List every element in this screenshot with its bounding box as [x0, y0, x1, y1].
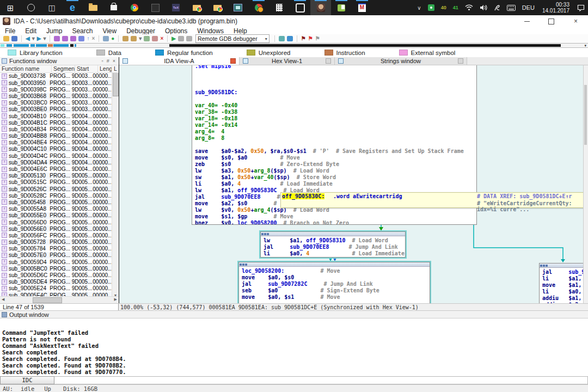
menu-search[interactable]: Search: [67, 27, 97, 35]
function-row[interactable]: fsub_9D003B68PROG...9D003...00000...: [0, 93, 119, 99]
function-row[interactable]: fsub_9D00398CPROG...9D003...00000...0C: [0, 86, 119, 93]
column-header-length[interactable]: Length: [98, 65, 112, 72]
function-row[interactable]: fsub_9D004D4CPROG...9D004...00000...0C: [0, 152, 119, 159]
attach-icon[interactable]: [279, 36, 285, 41]
comment-icon[interactable]: [70, 36, 76, 41]
start-icon[interactable]: ⊞: [0, 0, 21, 15]
wifi-icon[interactable]: [462, 0, 476, 15]
graph-node-b2[interactable]: lw $a1, off_9D058310 # Load Wordjal sub_…: [260, 231, 406, 258]
idc-input[interactable]: [54, 376, 588, 384]
menu-options[interactable]: Options: [160, 27, 192, 35]
calculator-icon[interactable]: [269, 0, 290, 15]
abort-icon[interactable]: ×: [160, 36, 163, 41]
notepad-plus-icon[interactable]: [331, 0, 352, 15]
menu-debugger[interactable]: Debugger: [121, 27, 160, 35]
chrome-app-icon-1[interactable]: [186, 0, 207, 15]
function-row[interactable]: fsub_9D004B1CPROG...9D004...00000...: [0, 119, 119, 126]
idc-button[interactable]: IDC: [0, 376, 54, 384]
chrome-profile-icon[interactable]: [248, 0, 269, 15]
breakpoint-icon-3[interactable]: ⚑: [315, 36, 320, 41]
pin-panel-icon[interactable]: #: [107, 58, 109, 64]
pause-process-icon[interactable]: [178, 36, 184, 41]
function-row[interactable]: fsub_9D005D6CPROG...9D005...00000...: [0, 272, 119, 278]
function-row[interactable]: fsub_9D0056FCPROG...9D005...00000...: [0, 232, 119, 238]
functions-vertical-scrollbar[interactable]: ▲ ▼: [112, 73, 119, 296]
function-row[interactable]: fsub_9D003BC0PROG...9D003...00000...0C: [0, 100, 119, 106]
back-dropdown-icon[interactable]: ▾: [32, 36, 35, 41]
chrome-icon[interactable]: [124, 0, 145, 15]
scroll-right-icon[interactable]: ▶: [114, 297, 117, 302]
jump-up-icon[interactable]: ↑: [87, 36, 89, 41]
tab-close-icon[interactable]: [326, 58, 331, 64]
function-row[interactable]: fsub_9D005130PROG...9D005...00000...0C: [0, 173, 119, 179]
flow-chart-icon[interactable]: [131, 36, 137, 41]
debugger-selector[interactable]: Remote GDB debugger▾: [195, 34, 270, 43]
function-row[interactable]: fsub_9D0057E0PROG...9D005...00000...: [0, 252, 119, 259]
function-row[interactable]: fsub_9D003BE0PROG...9D003...00000...0C: [0, 106, 119, 113]
clock[interactable]: 00:33 14.01.2017: [538, 2, 574, 14]
menu-jump[interactable]: Jump: [41, 27, 67, 35]
function-row[interactable]: fsub_9D0055E0PROG...9D005...00000...0C: [0, 212, 119, 219]
menu-windows[interactable]: Windows: [192, 27, 229, 35]
scrollbar-thumb[interactable]: [33, 297, 62, 303]
navigation-band[interactable]: ▾: [0, 43, 588, 48]
ida-taskbar-icon[interactable]: [310, 0, 331, 15]
graph-node-b4[interactable]: jal sub_9Dli $a1, 5move $a1, $li $a0, 1a…: [539, 263, 588, 303]
language-indicator[interactable]: DEU: [519, 0, 538, 15]
float-panel-icon[interactable]: ▫: [102, 58, 103, 64]
window-titlebar[interactable]: IDA - C:\Users\atilhash\Downloads\cubepr…: [0, 15, 588, 27]
cortana-icon[interactable]: [21, 0, 41, 15]
close-button[interactable]: ×: [564, 15, 588, 27]
function-row[interactable]: fsub_9D005E24PROG...9D005...00000...: [0, 285, 119, 292]
save-database-icon[interactable]: [11, 36, 17, 41]
menu-help[interactable]: Help: [229, 27, 252, 35]
menu-edit[interactable]: Edit: [20, 27, 41, 35]
analysis-ok-icon[interactable]: ●: [111, 36, 114, 41]
menu-file[interactable]: File: [0, 27, 20, 35]
navband-arrow-icon[interactable]: ▾: [584, 44, 586, 48]
edge-icon[interactable]: e: [62, 0, 83, 15]
function-row[interactable]: fsub_9D0055A8PROG...9D005...00000...: [0, 206, 119, 212]
function-row[interactable]: fsub_9D00526CPROG...9D005...00000...: [0, 186, 119, 192]
function-row[interactable]: fsub_9D003950PROG...9D003...00000...: [0, 79, 119, 86]
function-row[interactable]: fsub_9D004C10PROG...9D004...00000...0C: [0, 146, 119, 152]
cancel-search-icon[interactable]: ×: [91, 36, 95, 41]
tab-close-icon[interactable]: [458, 58, 463, 64]
output-window-titlebar[interactable]: Output window: [0, 311, 588, 318]
function-row[interactable]: fsub_9D005BC0PROG...9D005...00000...0C: [0, 265, 119, 272]
menu-view[interactable]: View: [97, 27, 121, 35]
tab-close-icon[interactable]: [230, 58, 236, 64]
touch-keyboard-icon[interactable]: [504, 0, 519, 15]
functions-window-titlebar[interactable]: Functions window ▫ # ×: [0, 57, 119, 65]
rename-icon[interactable]: [54, 36, 60, 41]
detach-icon[interactable]: [287, 36, 293, 41]
function-row[interactable]: fsub_9D005E4CPROG...9D005...00000...: [0, 292, 119, 296]
column-header-function-name[interactable]: Function name: [0, 65, 52, 72]
function-row[interactable]: fsub_9D00515CPROG...9D005...00000...0C: [0, 179, 119, 186]
pen-icon[interactable]: [491, 0, 504, 15]
graph-node-b3[interactable]: loc_9D058200: # Movemove $a0, $s0jal sub…: [238, 262, 430, 303]
function-row[interactable]: fsub_9D004B10PROG...9D004...00000...0C: [0, 113, 119, 119]
column-header-l[interactable]: L: [112, 65, 119, 72]
file-explorer-icon[interactable]: [83, 0, 103, 15]
function-row[interactable]: fsub_9D0056E0PROG...9D005...00000...: [0, 225, 119, 232]
output-window[interactable]: Command "JumpText" failedPattern is not …: [0, 318, 588, 376]
maximize-button[interactable]: [539, 15, 564, 27]
tab-hex-view-1[interactable]: Hex View-1: [240, 57, 335, 65]
notification-center-icon[interactable]: [574, 0, 588, 15]
function-row[interactable]: fsub_9D004BE4PROG...9D004...00000...0C: [0, 139, 119, 146]
function-row[interactable]: fsub_9D005DE4PROG...9D005...00000...: [0, 279, 119, 285]
close-panel-icon[interactable]: ×: [113, 58, 115, 64]
column-header-start[interactable]: Start: [75, 65, 98, 72]
graph-view[interactable]: .set mips16 sub_9D0581DC: var_40= -0x40v…: [119, 65, 588, 303]
chrome-app-icon-2[interactable]: [207, 0, 228, 15]
scrollbar-thumb[interactable]: [113, 73, 119, 96]
tablet-app-icon[interactable]: [290, 0, 310, 15]
stop-process-icon[interactable]: [186, 36, 192, 41]
tex-app-icon[interactable]: TeX: [166, 0, 186, 15]
function-row[interactable]: fsub_9D0059D4PROG...9D005...00000...: [0, 259, 119, 265]
breakpoint-icon-1[interactable]: ⚑: [301, 36, 306, 41]
xref-icon[interactable]: [78, 36, 84, 41]
scroll-left-icon[interactable]: ◀: [2, 297, 4, 302]
volume-icon[interactable]: [476, 0, 491, 15]
